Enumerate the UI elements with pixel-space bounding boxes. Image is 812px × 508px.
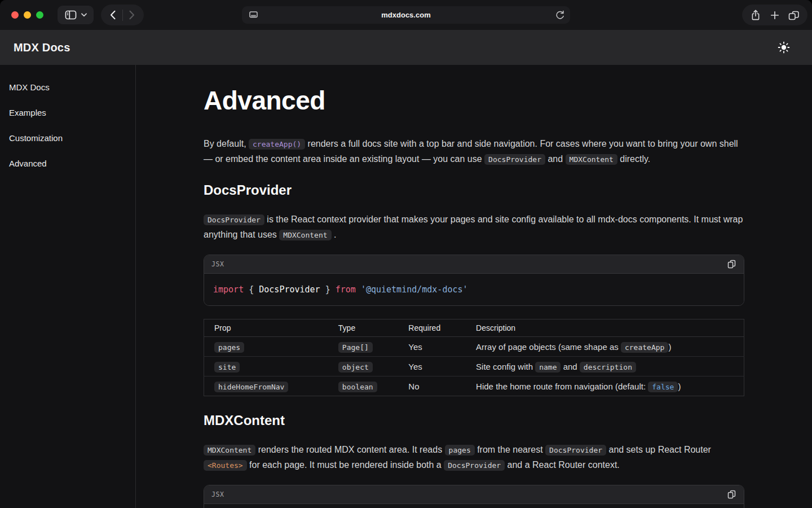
cell-type: object: [328, 357, 399, 376]
reload-button[interactable]: [555, 10, 564, 20]
copy-code-button[interactable]: [727, 489, 736, 500]
docsprovider-paragraph: DocsProvider is the React context provid…: [204, 212, 744, 242]
cell-description: Array of page objects (same shape as cre…: [466, 337, 744, 357]
inline-code-chip: description: [580, 362, 636, 373]
site-title: MDX Docs: [14, 41, 70, 54]
plus-icon: [770, 10, 780, 20]
code-block-mdxcontent: JSX import { MDXContent } from '@quietmi…: [204, 485, 744, 508]
page-title: Advanced: [204, 86, 744, 115]
column-header-required: Required: [398, 319, 466, 337]
inline-code-chip: hideHomeFromNav: [214, 382, 288, 392]
code-token: from: [336, 284, 356, 295]
new-tab-button[interactable]: [770, 10, 780, 20]
copy-code-button[interactable]: [727, 259, 736, 269]
cell-type: boolean: [328, 376, 399, 396]
close-window-button[interactable]: [11, 11, 19, 19]
column-header-prop: Prop: [204, 319, 328, 337]
table-row: site object Yes Site config with name an…: [204, 357, 744, 376]
code-block-body: import { DocsProvider } from '@quietmind…: [204, 274, 744, 305]
sun-icon: [777, 41, 791, 54]
back-button[interactable]: [104, 5, 122, 25]
minimize-window-button[interactable]: [24, 11, 31, 19]
sidebar-list: MDX Docs Examples Customization Advanced: [0, 75, 135, 176]
mdxcontent-paragraph: MDXContent renders the routed MDX conten…: [204, 443, 744, 472]
column-header-description: Description: [466, 319, 744, 337]
cell-description: Hide the home route from navigation (def…: [466, 376, 744, 396]
intro-paragraph: By default, createApp() renders a full d…: [204, 137, 744, 167]
inline-code-chip: DocsProvider: [484, 154, 545, 165]
share-icon: [750, 9, 761, 21]
cell-prop: site: [204, 357, 328, 376]
reader-icon: [249, 10, 258, 20]
sidebar-toggle-button[interactable]: [58, 6, 94, 24]
code-token: }: [325, 284, 330, 295]
inline-code-chip: false: [648, 382, 678, 392]
cell-required: No: [398, 376, 466, 396]
cell-prop: pages: [204, 337, 328, 357]
column-header-type: Type: [328, 319, 399, 337]
site-header: MDX Docs: [0, 30, 812, 65]
inline-code-chip: DocsProvider: [444, 460, 505, 471]
inline-code-chip: <Routes>: [204, 460, 247, 471]
inline-code-chip: MDXContent: [566, 154, 617, 165]
inline-code-chip: createApp(): [249, 139, 305, 150]
cell-required: Yes: [398, 337, 466, 357]
code-line: import { DocsProvider } from '@quietmind…: [213, 284, 468, 295]
code-token: [330, 284, 336, 295]
code-block-header: JSX: [204, 255, 744, 274]
sidebar-item[interactable]: Customization: [0, 125, 135, 151]
sidebar-item[interactable]: MDX Docs: [0, 75, 135, 100]
address-bar[interactable]: mdxdocs.com: [242, 6, 570, 24]
inline-code-chip: boolean: [338, 382, 377, 392]
chevron-right-icon: [128, 10, 135, 20]
section-heading-mdxcontent: MDXContent: [204, 412, 744, 429]
sidebar-item-label: Examples: [9, 108, 46, 117]
forward-button[interactable]: [123, 5, 141, 25]
inline-code-chip: createApp: [621, 342, 668, 353]
browser-window: mdxdocs.com: [0, 0, 812, 508]
table-body: pages Page[] Yes Array of page objects (…: [204, 337, 744, 396]
props-table: Prop Type Required Description pages Pag…: [204, 319, 744, 396]
inline-code-chip: object: [338, 362, 373, 373]
code-token: import: [213, 284, 244, 295]
chevron-down-icon: [81, 13, 87, 17]
section-heading-docsprovider: DocsProvider: [204, 182, 744, 199]
sidebar-item-label: Customization: [9, 133, 63, 143]
code-token: '@quietmind/mdx-docs': [361, 284, 468, 295]
zoom-window-button[interactable]: [36, 11, 43, 19]
copy-icon: [727, 489, 736, 500]
inline-code-chip: Page[]: [338, 342, 373, 353]
sidebar-icon: [65, 10, 77, 20]
reload-icon: [555, 10, 564, 20]
sidebar-item[interactable]: Advanced: [0, 151, 135, 176]
tab-overview-button[interactable]: [788, 10, 800, 21]
inline-code-chip: name: [535, 362, 561, 373]
table-header-row: Prop Type Required Description: [204, 319, 744, 337]
code-token: [356, 284, 361, 295]
code-language-label: JSX: [211, 491, 224, 498]
inline-code-chip: pages: [445, 445, 475, 456]
code-block-header: JSX: [204, 485, 744, 504]
sidebar-item-label: Advanced: [9, 159, 47, 168]
code-token: {: [249, 284, 254, 295]
sidebar-item[interactable]: Examples: [0, 100, 135, 125]
theme-toggle-button[interactable]: [777, 41, 791, 54]
inline-code-chip: MDXContent: [204, 445, 255, 456]
inline-code-chip: MDXContent: [279, 230, 331, 240]
url-text: mdxdocs.com: [242, 11, 570, 19]
cell-prop: hideHomeFromNav: [204, 376, 328, 396]
main-area: MDX Docs Examples Customization Advanced: [0, 65, 812, 508]
share-button[interactable]: [750, 9, 761, 21]
toolbar-actions: [742, 5, 807, 25]
code-token: DocsProvider: [254, 284, 325, 295]
browser-toolbar: mdxdocs.com: [0, 0, 812, 30]
inline-code-chip: pages: [214, 342, 244, 353]
sidebar-item-label: MDX Docs: [9, 82, 50, 92]
code-language-label: JSX: [211, 260, 224, 268]
copy-icon: [727, 259, 736, 269]
cell-required: Yes: [398, 357, 466, 376]
inline-code-chip: DocsProvider: [204, 214, 264, 225]
window-controls: [0, 11, 43, 19]
table-row: hideHomeFromNav boolean No Hide the home…: [204, 376, 744, 396]
history-nav: [101, 5, 144, 25]
